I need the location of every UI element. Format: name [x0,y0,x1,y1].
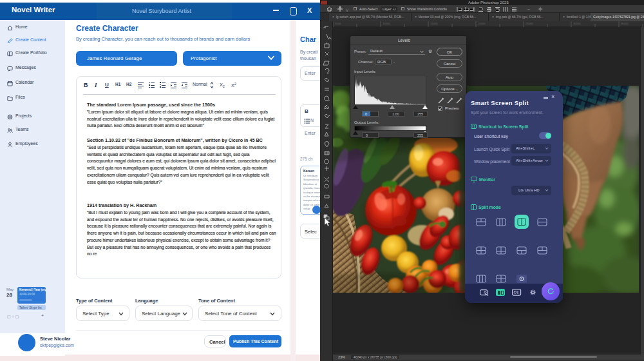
svg-text:15000: 15000 [430,22,438,25]
svg-text:30000: 30000 [573,22,581,25]
svg-text:35000: 35000 [621,22,629,25]
svg-text:5000: 5000 [335,22,341,25]
svg-text:25000: 25000 [526,22,533,25]
svg-text:20000: 20000 [478,22,486,25]
svg-text:10000: 10000 [383,22,390,25]
